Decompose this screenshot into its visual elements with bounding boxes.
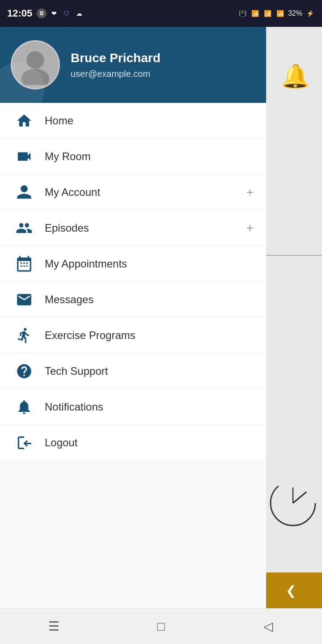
- notifications-label: Notifications: [45, 401, 254, 413]
- logout-label: Logout: [45, 436, 254, 449]
- bg-divider: [259, 255, 322, 256]
- home-icon: [13, 109, 36, 132]
- nav-menu-button[interactable]: ☰: [36, 613, 72, 640]
- hamburger-icon: ☰: [48, 619, 59, 634]
- svg-point-3: [26, 51, 44, 69]
- avatar: [11, 40, 60, 89]
- episodes-plus-icon: +: [246, 221, 254, 235]
- my-appointments-label: My Appointments: [45, 258, 254, 270]
- home-label: Home: [45, 114, 254, 127]
- user-info: Bruce Prichard user@example.com: [71, 51, 255, 79]
- sidebar-item-tech-support[interactable]: Tech Support: [0, 353, 266, 389]
- avatar-image: [15, 45, 55, 85]
- sidebar-item-my-appointments[interactable]: My Appointments: [0, 246, 266, 282]
- exercise-programs-label: Exercise Programs: [45, 329, 254, 342]
- nav-back-button[interactable]: ◁: [250, 613, 286, 640]
- episodes-icon: [13, 216, 36, 240]
- sidebar-item-episodes[interactable]: Episodes +: [0, 210, 266, 246]
- my-room-label: My Room: [45, 150, 254, 163]
- bg-chevron-icon: ❮: [286, 583, 296, 598]
- signal-icon: 📶: [263, 8, 273, 18]
- person-icon: [13, 181, 36, 204]
- health-icon: ❤: [49, 8, 59, 18]
- blockada-icon: B: [37, 8, 47, 18]
- status-bar: 12:05 B ❤ 🛡 ☁ 📳 📶 📶 📶 32% ⚡: [0, 0, 322, 27]
- user-email: user@example.com: [71, 69, 255, 79]
- video-icon: [13, 145, 36, 168]
- tech-support-icon: [13, 360, 36, 383]
- sidebar-item-messages[interactable]: Messages: [0, 282, 266, 318]
- bg-clock: [268, 479, 318, 528]
- status-bar-left: 12:05 B ❤ 🛡 ☁: [7, 8, 84, 19]
- navigation-drawer: Bruce Prichard user@example.com Home My …: [0, 27, 266, 644]
- sidebar-item-logout[interactable]: Logout: [0, 425, 266, 461]
- battery-icon: ⚡: [305, 8, 315, 18]
- sidebar-item-my-account[interactable]: My Account +: [0, 174, 266, 210]
- vibrate-icon: 📳: [238, 8, 248, 18]
- episodes-label: Episodes: [45, 222, 246, 234]
- my-account-label: My Account: [45, 186, 246, 199]
- status-icons-right: 📳 📶 📶 📶 32% ⚡: [238, 8, 315, 18]
- status-icons-left: B ❤ 🛡 ☁: [37, 8, 84, 18]
- bell-background: 🔔: [277, 58, 313, 94]
- shield-icon: 🛡: [62, 8, 72, 18]
- status-time: 12:05: [7, 8, 32, 19]
- my-account-plus-icon: +: [246, 185, 254, 199]
- bell-bg-icon: 🔔: [281, 63, 310, 90]
- appointments-icon: [13, 252, 36, 275]
- bg-footer: ❮: [259, 572, 322, 608]
- sidebar-item-home[interactable]: Home: [0, 103, 266, 139]
- battery-text: 32%: [288, 9, 302, 17]
- user-header: Bruce Prichard user@example.com: [0, 27, 266, 103]
- logout-icon: [13, 431, 36, 454]
- square-icon: □: [157, 619, 165, 634]
- tech-support-label: Tech Support: [45, 365, 254, 377]
- sidebar-item-exercise-programs[interactable]: Exercise Programs: [0, 318, 266, 353]
- wifi-icon: 📶: [250, 8, 260, 18]
- nav-menu: Home My Room My Account + Episodes +: [0, 103, 266, 619]
- cloud-icon: ☁: [74, 8, 84, 18]
- bottom-nav-bar: ☰ □ ◁: [0, 608, 322, 644]
- messages-label: Messages: [45, 293, 254, 306]
- sidebar-item-notifications[interactable]: Notifications: [0, 389, 266, 425]
- exercise-icon: [13, 324, 36, 347]
- messages-icon: [13, 288, 36, 311]
- user-name: Bruce Prichard: [71, 51, 255, 65]
- signal2-icon: 📶: [275, 8, 285, 18]
- svg-point-4: [21, 69, 50, 85]
- back-icon: ◁: [263, 619, 273, 634]
- notifications-icon: [13, 395, 36, 419]
- svg-line-1: [293, 492, 306, 503]
- sidebar-item-my-room[interactable]: My Room: [0, 139, 266, 174]
- nav-home-button[interactable]: □: [143, 613, 179, 640]
